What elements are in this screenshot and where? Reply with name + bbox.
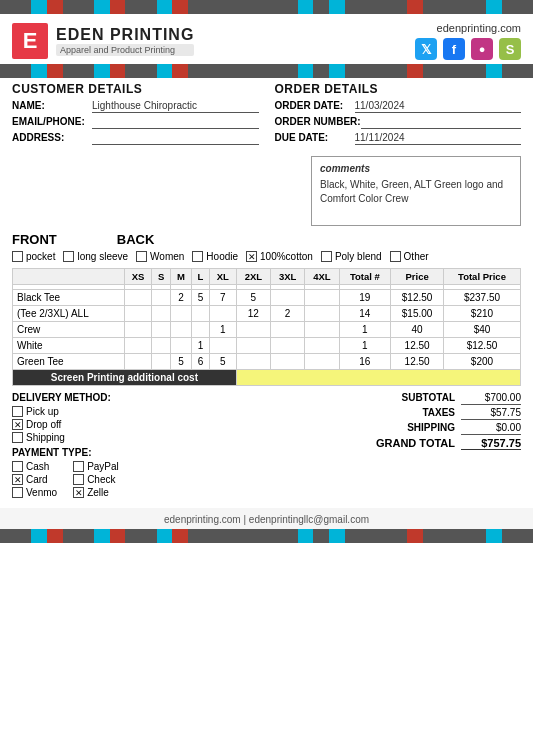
order-date-field: ORDER DATE: 11/03/2024 [275,100,522,113]
row-white-name: White [13,338,125,354]
checkbox-cotton[interactable]: 100%cotton [246,251,313,262]
col-xs: XS [124,269,152,285]
row-green-tee-name: Green Tee [13,354,125,370]
order-details: ORDER DETAILS ORDER DATE: 11/03/2024 ORD… [275,82,522,148]
other-label: Other [404,251,429,262]
grand-total-value: $757.75 [461,437,521,450]
color-bar-2 [0,64,533,78]
card-label: Card [26,474,48,485]
header-right: edenprinting.com 𝕏 f ● S [415,22,521,60]
shipping-checkbox[interactable] [12,432,23,443]
front-back-row: FRONT BACK [12,232,521,247]
table-header-row: XS S M L XL 2XL 3XL 4XL Total # Price To… [13,269,521,285]
comments-box: comments Black, White, Green, ALT Green … [311,156,521,226]
table-row: Crew 1 140$40 [13,322,521,338]
header: E EDEN PRINTING Apparel and Product Prin… [0,14,533,64]
footer: edenprinting.com | edenprintingllc@gmail… [0,508,533,529]
subtotal-value: $700.00 [461,392,521,405]
order-section-title: ORDER DETAILS [275,82,522,96]
venmo-checkbox[interactable] [12,487,23,498]
table-row: Green Tee 56 5 1612.50$200 [13,354,521,370]
col-l: L [191,269,209,285]
name-label: NAME: [12,100,92,111]
logo-text: EDEN PRINTING Apparel and Product Printi… [56,26,194,56]
check-label: Check [87,474,115,485]
women-checkbox[interactable] [136,251,147,262]
delivery-dropoff[interactable]: Drop off [12,419,65,430]
payment-paypal[interactable]: PayPal [73,461,119,472]
col-3xl: 3XL [271,269,305,285]
pocket-checkbox[interactable] [12,251,23,262]
col-item [13,269,125,285]
payment-venmo[interactable]: Venmo [12,487,57,498]
order-number-value [361,116,521,129]
order-date-label: ORDER DATE: [275,100,355,111]
customer-details: CUSTOMER DETAILS NAME: Lighthouse Chirop… [12,82,259,148]
dropoff-label: Drop off [26,419,61,430]
details-row: CUSTOMER DETAILS NAME: Lighthouse Chirop… [12,82,521,148]
taxes-label: TAXES [422,407,455,418]
col-4xl: 4XL [305,269,339,285]
instagram-icon[interactable]: ● [471,38,493,60]
comments-text: Black, White, Green, ALT Green logo and … [320,178,512,206]
women-label: Women [150,251,184,262]
screen-print-label: Screen Printing additional cost [13,370,237,386]
customer-section-title: CUSTOMER DETAILS [12,82,259,96]
twitter-icon[interactable]: 𝕏 [415,38,437,60]
checkbox-longsleeve[interactable]: long sleeve [63,251,128,262]
col-s: S [152,269,171,285]
email-label: EMAIL/PHONE: [12,116,92,127]
payment-card[interactable]: Card [12,474,57,485]
taxes-value: $57.75 [461,407,521,420]
dropoff-checkbox[interactable] [12,419,23,430]
screen-print-highlight [236,370,520,386]
social-icons: 𝕏 f ● S [415,38,521,60]
shopify-icon[interactable]: S [499,38,521,60]
cotton-checkbox[interactable] [246,251,257,262]
address-field: ADDRESS: [12,132,259,145]
order-table: XS S M L XL 2XL 3XL 4XL Total # Price To… [12,268,521,386]
payment-zelle[interactable]: Zelle [73,487,119,498]
address-label: ADDRESS: [12,132,92,143]
cash-checkbox[interactable] [12,461,23,472]
order-date-value: 11/03/2024 [355,100,522,113]
other-checkbox[interactable] [390,251,401,262]
row-crew-name: Crew [13,322,125,338]
facebook-icon[interactable]: f [443,38,465,60]
col-price: Price [391,269,444,285]
delivery-title: DELIVERY METHOD: [12,392,284,403]
hoodie-checkbox[interactable] [192,251,203,262]
payment-section: PAYMENT TYPE: Cash Card Venm [12,447,284,498]
col-total-price: Total Price [443,269,520,285]
middle-left [12,156,311,226]
delivery-options-col: Pick up Drop off Shipping [12,406,65,443]
checkbox-women[interactable]: Women [136,251,184,262]
payment-cash[interactable]: Cash [12,461,57,472]
delivery-shipping[interactable]: Shipping [12,432,65,443]
paypal-checkbox[interactable] [73,461,84,472]
longsleeve-checkbox[interactable] [63,251,74,262]
checkbox-polyblend[interactable]: Poly blend [321,251,382,262]
check-checkbox[interactable] [73,474,84,485]
zelle-checkbox[interactable] [73,487,84,498]
col-2xl: 2XL [236,269,270,285]
checkbox-other[interactable]: Other [390,251,429,262]
delivery-options-row: Pick up Drop off Shipping [12,406,284,443]
checkbox-pocket[interactable]: pocket [12,251,55,262]
email-value [92,116,259,129]
payment-check[interactable]: Check [73,474,119,485]
polyblend-checkbox[interactable] [321,251,332,262]
grand-total-line: GRAND TOTAL $757.75 [294,437,521,450]
hoodie-label: Hoodie [206,251,238,262]
delivery-pickup[interactable]: Pick up [12,406,65,417]
card-checkbox[interactable] [12,474,23,485]
name-field: NAME: Lighthouse Chiropractic [12,100,259,113]
due-date-label: DUE DATE: [275,132,355,143]
payment-title: PAYMENT TYPE: [12,447,284,458]
shipping-label: SHIPPING [407,422,455,433]
pickup-checkbox[interactable] [12,406,23,417]
checkbox-hoodie[interactable]: Hoodie [192,251,238,262]
shipping-value: $0.00 [461,422,521,435]
due-date-field: DUE DATE: 11/11/2024 [275,132,522,145]
color-bar-bottom [0,529,533,543]
